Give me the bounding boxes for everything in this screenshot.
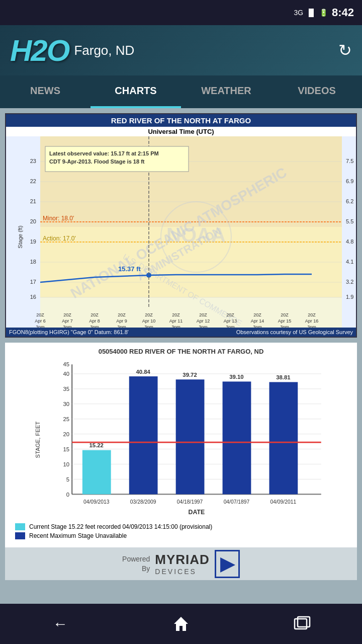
svg-rect-117 [129,376,158,494]
powered-by-line1: Powered [122,554,150,564]
svg-text:45: 45 [63,361,69,367]
home-button[interactable] [161,611,201,636]
chart1-credit: Observations courtesy of US Geological S… [236,329,353,335]
svg-text:Apr 13: Apr 13 [224,318,237,324]
svg-text:20: 20 [63,431,69,437]
svg-text:15.22: 15.22 [89,442,104,448]
legend-label-current: Current Stage 15.22 feet recorded 04/09/… [29,523,212,530]
svg-text:4.8: 4.8 [346,238,353,245]
battery-icon: 🔋 [319,9,328,17]
svg-text:20Z: 20Z [253,312,261,317]
app-header: H2O Fargo, ND ↻ [0,25,362,75]
svg-text:20Z: 20Z [199,312,207,317]
main-content: RED RIVER OF THE NORTH AT FARGO Universa… [0,108,362,604]
svg-text:20: 20 [30,218,36,224]
legend-item-max: Recent Maximum Stage Unavailable [15,532,347,539]
bar-chart: 05054000 RED RIVER OF THE NORTH AT FARGO… [5,343,357,547]
svg-text:22: 22 [30,178,36,184]
svg-text:19: 19 [30,238,36,245]
powered-by-line2: By [122,564,150,573]
svg-text:20Z: 20Z [90,312,99,317]
svg-text:5.5: 5.5 [346,218,353,224]
tab-bar: NEWS CHARTS WEATHER VIDEOS [0,75,362,108]
legend-label-max: Recent Maximum Stage Unavailable [29,532,127,539]
myriad-brand: MYRIAD [155,552,210,568]
svg-text:Apr 8: Apr 8 [89,318,100,324]
svg-text:03/28/2009: 03/28/2009 [130,499,156,505]
chart1-gage-info: FGON8(plotting HGIRG) "Gage 0" Datum: 86… [9,329,129,335]
svg-text:40: 40 [63,371,69,377]
svg-text:3pm: 3pm [36,325,45,328]
svg-rect-115 [82,450,111,495]
svg-text:Action: 17.0': Action: 17.0' [43,235,76,242]
svg-text:15: 15 [63,446,69,452]
svg-text:3pm: 3pm [117,325,126,328]
recent-apps-button[interactable] [282,611,322,636]
svg-text:04/18/1997: 04/18/1997 [177,499,203,505]
svg-text:Apr 7: Apr 7 [62,318,73,324]
myriad-sub: DEVICES [155,568,210,576]
svg-text:25: 25 [63,416,69,422]
svg-text:20Z: 20Z [226,312,234,317]
svg-text:STAGE, FEET: STAGE, FEET [35,421,41,458]
svg-text:35: 35 [63,386,69,392]
svg-text:16: 16 [30,294,36,300]
back-button[interactable]: ← [40,611,80,636]
svg-text:38.81: 38.81 [276,374,290,380]
legend-color-max [15,532,25,539]
svg-marker-132 [174,617,188,631]
tab-charts[interactable]: CHARTS [90,75,181,108]
myriad-icon: ▶ [215,550,240,578]
tab-news[interactable]: NEWS [0,75,90,108]
svg-text:18: 18 [30,259,36,265]
svg-text:DATE: DATE [189,509,205,516]
svg-text:4.1: 4.1 [346,259,353,265]
svg-text:CDT 9-Apr-2013. Flood Stage is: CDT 9-Apr-2013. Flood Stage is 18 ft [49,158,145,165]
svg-text:6.2: 6.2 [346,198,353,204]
svg-text:3pm: 3pm [253,325,262,328]
svg-text:3pm: 3pm [171,325,180,328]
svg-text:40.84: 40.84 [136,369,150,375]
svg-text:20Z: 20Z [145,312,153,317]
svg-text:Stage (ft): Stage (ft) [17,225,23,248]
tab-weather[interactable]: WEATHER [181,75,272,108]
legend-color-current [15,523,25,530]
bottom-navigation: ← [0,604,362,644]
svg-text:20Z: 20Z [308,312,316,317]
svg-rect-119 [176,379,205,494]
noaa-line-chart: RED RIVER OF THE NORTH AT FARGO Universa… [5,113,357,338]
chart1-body: NATIONAL OCEANIC ATMOSPHERIC ADMINISTRAT… [6,136,356,328]
svg-text:04/09/2011: 04/09/2011 [270,499,297,505]
signal-icon: 3G [294,9,303,17]
svg-text:5: 5 [66,476,69,482]
svg-text:Apr 10: Apr 10 [142,318,156,324]
svg-text:23: 23 [30,158,36,164]
svg-text:17: 17 [30,279,36,285]
chart2-body: 0 5 10 15 20 25 30 35 40 45 STAGE, FEET … [10,359,352,520]
refresh-button[interactable]: ↻ [338,41,352,60]
svg-text:7.5: 7.5 [346,158,353,164]
chart2-legend: Current Stage 15.22 feet recorded 04/09/… [10,520,352,542]
svg-text:20Z: 20Z [36,312,44,317]
svg-text:3pm: 3pm [307,325,316,328]
chart1-subtitle: Universal Time (UTC) [6,127,356,136]
svg-text:20Z: 20Z [118,312,126,317]
svg-text:39.10: 39.10 [229,374,243,380]
svg-text:3pm: 3pm [280,325,289,328]
svg-rect-123 [269,382,298,494]
svg-text:Apr 15: Apr 15 [278,318,292,324]
status-bar: 3G ▐▌ 🔋 8:42 [0,0,362,25]
svg-text:3pm: 3pm [90,325,99,328]
svg-text:Apr 12: Apr 12 [197,318,210,324]
svg-text:Minor: 18.0': Minor: 18.0' [43,215,74,222]
svg-text:Apr 14: Apr 14 [251,318,264,324]
tab-videos[interactable]: VIDEOS [272,75,362,108]
svg-text:20Z: 20Z [63,312,71,317]
app-logo: H2O Fargo, ND [10,33,134,68]
svg-text:1.9: 1.9 [346,294,353,300]
svg-text:3pm: 3pm [226,325,235,328]
svg-text:04/07/1897: 04/07/1897 [224,499,250,505]
svg-text:Apr 6: Apr 6 [35,318,46,324]
svg-text:04/09/2013: 04/09/2013 [83,499,110,505]
signal-bars: ▐▌ [306,9,316,17]
